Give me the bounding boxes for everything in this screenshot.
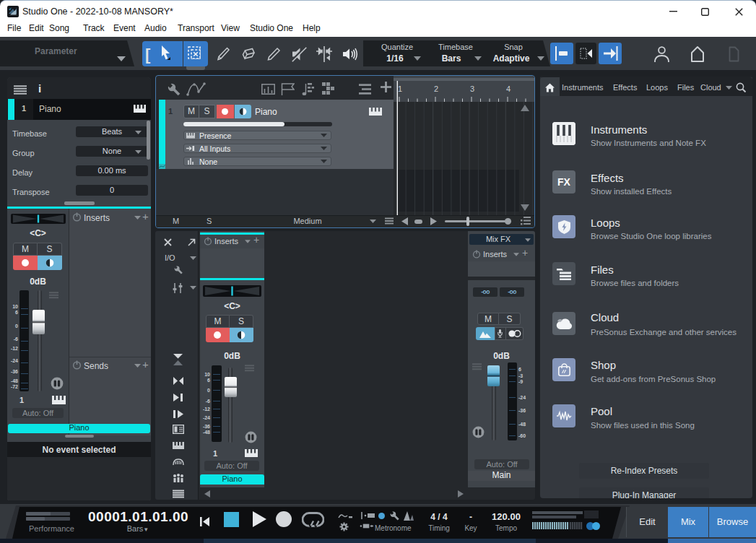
- svg-text:4: 4: [506, 84, 510, 93]
- svg-text:3: 3: [470, 84, 474, 93]
- svg-text:2: 2: [434, 84, 438, 93]
- svg-text:1: 1: [398, 84, 402, 93]
